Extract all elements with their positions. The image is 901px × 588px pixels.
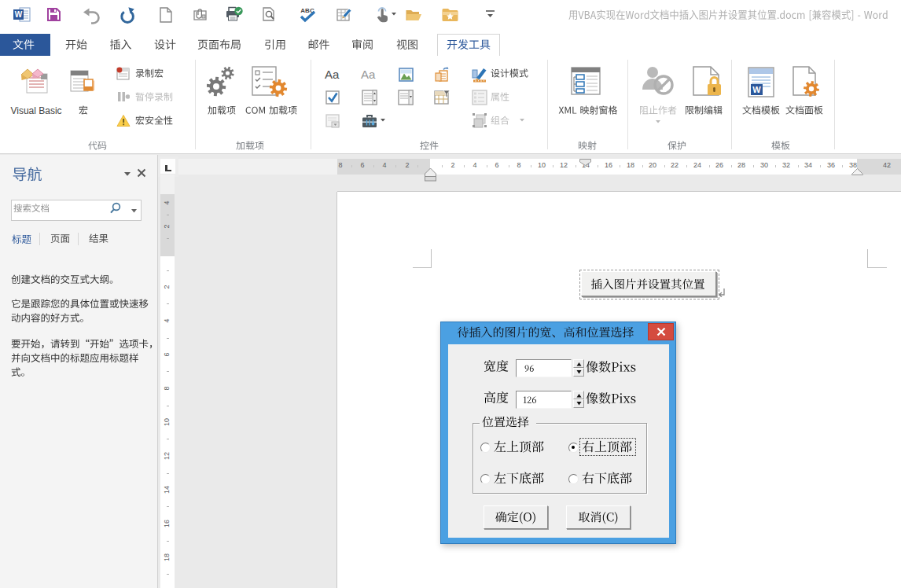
svg-text:W: W xyxy=(752,85,761,94)
svg-text:W: W xyxy=(15,10,23,19)
